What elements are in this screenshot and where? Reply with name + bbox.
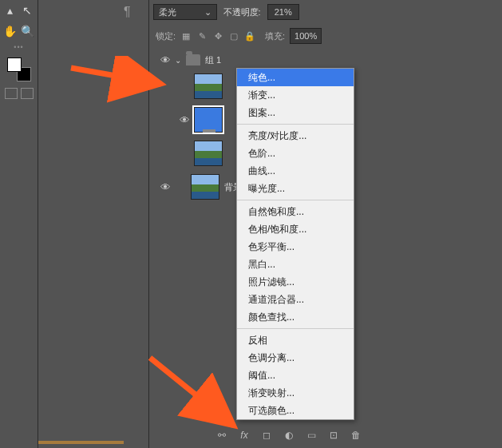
menu-color-lookup[interactable]: 颜色查找...	[237, 308, 354, 326]
menu-vibrance[interactable]: 自然饱和度...	[237, 203, 354, 220]
visibility-toggle[interactable]: 👁	[156, 181, 175, 193]
lock-move-icon[interactable]: ✥	[212, 30, 223, 42]
chevron-down-icon: ⌄	[204, 7, 211, 18]
adjustment-layer-menu: 纯色... 渐变... 图案... 亮度/对比度... 色阶... 曲线... …	[236, 68, 354, 420]
path-select-tool[interactable]: ↖	[19, 2, 37, 19]
lock-all-icon[interactable]: 🔒	[244, 30, 255, 42]
menu-levels[interactable]: 色阶...	[237, 145, 354, 162]
lock-label: 锁定:	[156, 30, 176, 42]
menu-brightness[interactable]: 亮度/对比度...	[237, 127, 354, 145]
chevron-down-icon[interactable]: ⌄	[175, 56, 186, 65]
hand-tool[interactable]: ✋	[2, 22, 19, 40]
adjustment-layer-icon[interactable]: ◐	[283, 429, 295, 442]
tool-overflow[interactable]: •••	[0, 42, 38, 53]
left-toolbar: ▴ ↖ ✋ 🔍 •••	[0, 0, 38, 448]
menu-solid-color[interactable]: 纯色...	[237, 69, 354, 86]
menu-bw[interactable]: 黑白...	[237, 256, 354, 273]
options-bar: ¶ 柔光 ⌄ 不透明度: 21%	[124, 2, 502, 22]
new-layer-icon[interactable]: ⊡	[327, 429, 340, 442]
svg-line-1	[150, 358, 234, 426]
layer-thumbnail[interactable]	[191, 174, 219, 200]
menu-curves[interactable]: 曲线...	[237, 162, 354, 180]
lock-artboard-icon[interactable]: ▢	[228, 30, 239, 42]
fill-label: 填充:	[265, 30, 285, 42]
menu-separator	[237, 124, 354, 125]
lock-brush-icon[interactable]: ✎	[196, 30, 208, 42]
menu-gradient-map[interactable]: 渐变映射...	[237, 384, 354, 402]
menu-photo-filter[interactable]: 照片滤镜...	[237, 273, 354, 291]
new-folder-icon[interactable]: ▭	[305, 429, 318, 442]
move-tool[interactable]: ▴	[2, 2, 19, 19]
menu-separator	[237, 200, 354, 200]
blend-mode-select[interactable]: 柔光 ⌄	[153, 4, 217, 20]
annotation-arrow	[142, 350, 246, 438]
svg-line-0	[71, 68, 161, 84]
zoom-tool[interactable]: 🔍	[19, 22, 37, 40]
menu-hue-sat[interactable]: 色相/饱和度...	[237, 220, 354, 238]
fg-bg-swatch[interactable]	[7, 57, 31, 81]
lock-transparent-icon[interactable]: ▦	[180, 30, 192, 42]
menu-posterize[interactable]: 色调分离...	[237, 349, 354, 367]
foreground-color[interactable]	[7, 57, 22, 72]
trash-icon[interactable]: 🗑	[350, 429, 362, 442]
menu-invert[interactable]: 反相	[237, 331, 354, 349]
menu-color-balance[interactable]: 色彩平衡...	[237, 238, 354, 256]
opacity-label: 不透明度:	[223, 6, 261, 18]
menu-channel-mixer[interactable]: 通道混合器...	[237, 291, 354, 308]
menu-threshold[interactable]: 阈值...	[237, 367, 354, 384]
screen-mode-icon[interactable]	[21, 88, 34, 99]
menu-exposure[interactable]: 曝光度...	[237, 180, 354, 197]
menu-gradient[interactable]: 渐变...	[237, 86, 354, 104]
menu-pattern[interactable]: 图案...	[237, 104, 354, 121]
layer-group[interactable]: 👁 ⌄ 组 1	[156, 50, 347, 69]
layer-thumbnail[interactable]	[194, 107, 223, 133]
group-name[interactable]: 组 1	[205, 54, 221, 66]
layer-thumbnail[interactable]	[194, 141, 223, 166]
annotation-arrow	[67, 56, 171, 104]
opacity-input[interactable]: 21%	[267, 4, 299, 20]
fill-input[interactable]: 100%	[290, 28, 322, 44]
quick-mask-icon[interactable]	[5, 88, 18, 99]
blend-mode-value: 柔光	[159, 6, 176, 18]
menu-separator	[237, 328, 354, 329]
folder-icon	[186, 54, 200, 65]
mask-icon[interactable]: ◻	[260, 429, 273, 442]
paragraph-icon: ¶	[124, 5, 131, 19]
menu-selective-color[interactable]: 可选颜色...	[237, 402, 354, 419]
layer-thumbnail[interactable]	[194, 73, 223, 99]
lock-bar: 锁定: ▦ ✎ ✥ ▢ 🔒 填充: 100%	[156, 26, 502, 46]
visibility-toggle[interactable]: 👁	[175, 114, 194, 126]
